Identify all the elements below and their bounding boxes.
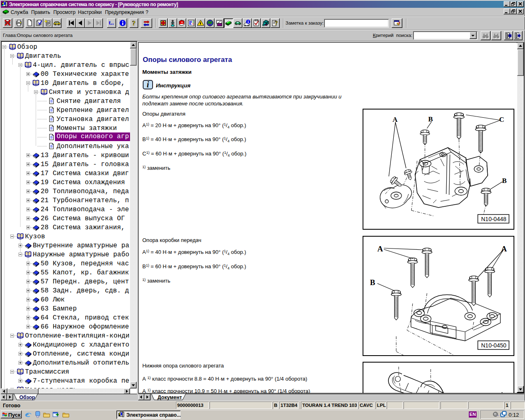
svg-text:A: A [393,116,398,123]
svg-text:A: A [501,244,507,253]
svg-text:N10-0448: N10-0448 [481,216,507,222]
svg-text:n: n [181,21,183,23]
svg-text:B: B [428,115,433,123]
svg-text:Обзор: Обзор [19,395,35,400]
svg-text:N10-0450: N10-0450 [481,342,507,349]
svg-text:Документ: Документ [158,395,182,400]
svg-text:B: B [502,177,507,185]
svg-text:B: B [370,278,375,287]
svg-text:A: A [377,244,383,253]
svg-text:?: ? [275,20,278,26]
svg-text:C: C [499,116,504,123]
